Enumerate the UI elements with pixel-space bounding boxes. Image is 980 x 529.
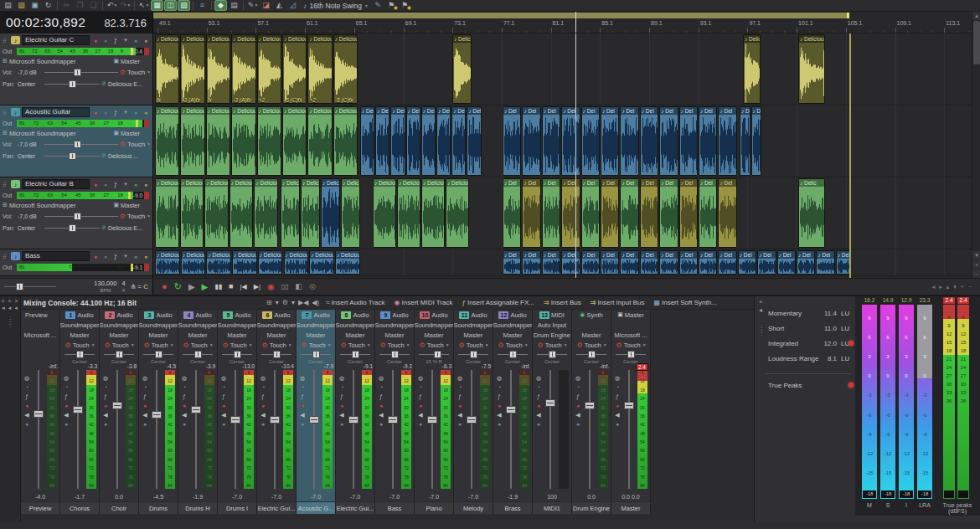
pan-slider[interactable] (143, 351, 173, 358)
strip-input[interactable]: Soundmapper (139, 320, 178, 330)
eq-knob-icon[interactable]: ◔ (301, 384, 304, 390)
audio-clip[interactable]: ♪ Delicious (232, 250, 257, 275)
arm-record-icon[interactable]: ● (261, 403, 265, 408)
track-fx-icon[interactable]: ƒ (111, 182, 120, 187)
audio-clip[interactable]: ♪ Del (699, 106, 717, 176)
fx-icon[interactable]: ƒ (419, 393, 422, 399)
track-grip-icon[interactable]: ⠿ (3, 110, 9, 116)
slider-thumb[interactable] (69, 152, 76, 160)
input-gain-knob-icon[interactable]: ◍ (182, 375, 187, 381)
go-to-end-button[interactable]: ▶| (254, 284, 260, 290)
zoom-vert-icon[interactable]: ▴ (946, 284, 950, 290)
audio-clip[interactable]: ♪ Del (561, 250, 580, 275)
volume-fader[interactable] (270, 416, 280, 424)
fx-icon[interactable]: ƒ (64, 393, 68, 399)
audio-clip[interactable]: ♪ Del (816, 250, 834, 275)
audio-clip[interactable]: ♪ Del (581, 106, 600, 176)
fx-bypass-icon[interactable]: ⊘ (101, 80, 106, 87)
strip-name[interactable]: Drums (139, 501, 178, 514)
slider-thumb[interactable] (352, 351, 359, 358)
insert-audio-track-button[interactable]: ≈Insert Audio Track (323, 299, 387, 306)
audio-clip[interactable]: ♪ Del (522, 250, 540, 275)
automation-mode[interactable]: Touch (388, 342, 405, 349)
audio-clip[interactable]: ♪ Delicious (798, 34, 825, 104)
audio-clip[interactable]: ♪ Delicious-5 (C)fx (333, 34, 358, 104)
pan-slider[interactable] (301, 351, 331, 358)
automation-gear-icon[interactable]: ⚙ (120, 69, 126, 76)
mixer-strip[interactable]: ▣MasterMicrosoft ...⚙Touch▾Center2.4◍◔ƒ●… (611, 310, 651, 514)
fx-icon[interactable]: ƒ (25, 393, 28, 399)
interleave-icon[interactable]: ● (458, 421, 462, 427)
strip-input[interactable]: Soundmapper (60, 320, 99, 330)
input-gain-knob-icon[interactable]: ◍ (379, 375, 384, 381)
close-panel-icon[interactable]: × (759, 299, 763, 306)
strip-name[interactable]: Electric Gui... (336, 501, 374, 514)
audio-clip[interactable]: ♪ Del (836, 250, 850, 275)
audio-clip[interactable]: ♪ Del (601, 106, 619, 176)
arm-record-icon[interactable]: ● (64, 403, 68, 408)
panel-drag-handle[interactable]: ⋮ ⋮ ⋮ (758, 326, 765, 334)
chevron-down-icon[interactable]: ▾ (147, 69, 150, 74)
chevron-down-icon[interactable]: ▾ (407, 342, 410, 347)
arm-record-icon[interactable]: ● (616, 403, 619, 408)
audio-clip[interactable]: ♪ Delic (390, 106, 405, 176)
fade-tool-icon[interactable]: ◿ (286, 0, 299, 11)
audio-clip[interactable]: ♪ Delic (406, 106, 420, 176)
audio-clip[interactable]: ♪ Del (620, 106, 638, 176)
eq-knob-icon[interactable]: ◔ (25, 384, 28, 390)
audio-clip[interactable]: ♪ Delic (375, 106, 389, 176)
automation-mode[interactable]: Touch (348, 342, 365, 349)
volume-fader[interactable] (467, 416, 477, 424)
audio-clip[interactable]: ♪ Delicious (254, 178, 278, 248)
track-header[interactable]: ⠿♪Acoustic Guitar●●ƒ▾●●Out81726354453627… (0, 105, 152, 177)
track-mute-icon[interactable]: ● (101, 38, 110, 44)
mixer-strip[interactable]: 3AudioSoundmapperMaster⚙Touch▾Center-4.5… (139, 310, 178, 514)
strip-input[interactable]: Soundmapper (257, 320, 296, 330)
volume-fader[interactable] (624, 402, 634, 409)
track-name[interactable]: Electric Guitar B (22, 179, 90, 189)
arm-record-icon[interactable]: ● (301, 403, 304, 408)
insert-bus-button[interactable]: ⇉Insert Bus (541, 299, 584, 306)
strip-output-bus[interactable]: Microsoft ... (611, 330, 650, 340)
audio-clip[interactable]: ♪ Del (679, 106, 698, 176)
tempo-flag-icon[interactable]: ⚑ (399, 0, 411, 11)
interleave-icon[interactable]: ● (143, 421, 147, 427)
fx-bypass-icon[interactable]: ⊘ (101, 224, 106, 231)
new-file-icon[interactable]: ▤ (2, 0, 14, 11)
chevron-down-icon[interactable]: ▾ (171, 342, 173, 347)
eq-knob-icon[interactable]: ◔ (222, 384, 225, 390)
track-record-icon[interactable]: ● (91, 182, 100, 187)
audio-clip[interactable]: ♪ Del (522, 178, 540, 248)
strip-input[interactable]: Soundmapper (297, 320, 335, 330)
audio-clip[interactable]: ♪ Delicious (181, 250, 206, 275)
audio-clip[interactable]: ♪ Delicious (421, 178, 445, 248)
strip-input[interactable]: Soundmapper (415, 320, 453, 330)
audio-clip[interactable]: ♪ Del (718, 250, 736, 275)
volume-value[interactable]: -7,0 dB (18, 69, 43, 75)
arm-record-icon[interactable]: ● (104, 403, 107, 408)
strip-name[interactable]: Melody (454, 501, 493, 514)
input-gain-knob-icon[interactable]: ◍ (457, 375, 462, 381)
chevron-down-icon[interactable]: ▾ (276, 300, 279, 306)
audio-clip[interactable]: ♪ Delicious (452, 34, 472, 104)
fx-icon[interactable]: ƒ (458, 393, 462, 399)
insert-midi-track-button[interactable]: ◉Insert MIDI Track (392, 299, 456, 306)
arm-record-icon[interactable]: ● (222, 403, 225, 408)
mixer-strip[interactable]: 13MIDIAuto InputDrum Engine⚙Touch▾Center… (533, 310, 572, 514)
slider-thumb[interactable] (434, 351, 441, 358)
track-name[interactable]: Bass (22, 251, 90, 261)
eq-knob-icon[interactable]: ◔ (458, 384, 462, 390)
audio-clip[interactable]: ♪ Delic (281, 178, 300, 248)
output-bus[interactable]: Master (121, 130, 140, 137)
audio-clip[interactable]: ♪ Del (699, 250, 717, 275)
audio-clip[interactable]: ♪ Delicious (446, 178, 469, 248)
redo-icon[interactable]: ↷▾ (119, 0, 132, 11)
audio-clip[interactable]: ♪ Delicious (257, 106, 281, 176)
automation-gear-icon[interactable]: ⚙ (183, 342, 189, 349)
strip-output-bus[interactable]: Master (60, 330, 99, 340)
audio-clip[interactable]: ♪ De (751, 106, 762, 176)
input-echo-icon[interactable]: ◀ (103, 412, 107, 418)
audio-clip[interactable]: ♪ Delicious+2 (307, 34, 332, 104)
fx-icon[interactable]: ƒ (143, 393, 147, 399)
fx-icon[interactable]: ƒ (498, 393, 501, 399)
